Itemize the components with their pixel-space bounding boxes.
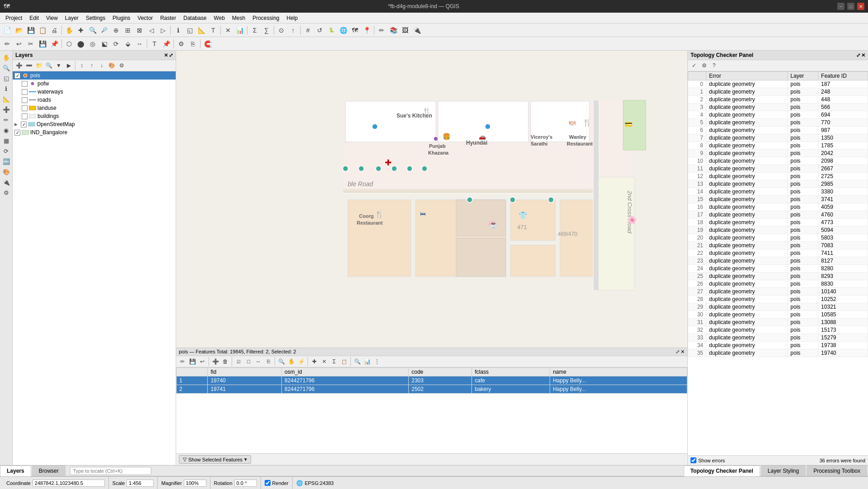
table-search-btn[interactable]: 🔍 — [353, 357, 362, 366]
topo-row[interactable]: 12 duplicate geometry pois 2725 — [688, 173, 868, 180]
topo-row[interactable]: 8 duplicate geometry pois 1785 — [688, 142, 868, 150]
table-expand-btn[interactable]: ⤢ — [676, 349, 680, 355]
style-tool[interactable]: 🎨 — [1, 167, 11, 177]
menu-mesh[interactable]: Mesh — [229, 14, 249, 22]
tab-layers[interactable]: Layers — [0, 465, 31, 476]
table-more-btn[interactable]: ⋮ — [373, 357, 382, 366]
show-errors-checkbox[interactable] — [691, 457, 696, 463]
menu-layer[interactable]: Layer — [61, 14, 82, 22]
move-btn[interactable]: ↔ — [134, 38, 145, 49]
topo-row[interactable]: 28 duplicate geometry pois 10252 — [688, 296, 868, 303]
topology-float-btn[interactable]: ⤢ — [856, 52, 860, 58]
layer-check-waterways[interactable] — [22, 89, 28, 95]
scale-input[interactable] — [126, 480, 154, 487]
vertex-btn[interactable]: ◎ — [87, 38, 98, 49]
add-feature-btn[interactable]: 📌 — [49, 38, 60, 49]
python-btn[interactable]: 🐍 — [326, 25, 337, 36]
topo-row[interactable]: 17 duplicate geometry pois 4760 — [688, 211, 868, 219]
layer-check-buildings[interactable] — [22, 113, 28, 119]
topo-row[interactable]: 2 duplicate geometry pois 448 — [688, 96, 868, 103]
table-flash-btn[interactable]: ⚡ — [297, 357, 306, 366]
topo-table-container[interactable]: Error Layer Feature ID 0 duplicate geome… — [688, 71, 868, 455]
topo-row[interactable]: 4 duplicate geometry pois 694 — [688, 111, 868, 119]
layer-order-btn[interactable]: ↕ — [77, 61, 86, 70]
table-form-btn[interactable]: 📋 — [340, 357, 349, 366]
pan-btn[interactable]: ✋ — [64, 25, 75, 36]
layers-close-btn[interactable]: ✕ — [164, 52, 168, 58]
topo-row[interactable]: 13 duplicate geometry pois 2985 — [688, 180, 868, 188]
zoom-selection-btn[interactable]: ⊞ — [122, 25, 133, 36]
topo-row[interactable]: 3 duplicate geometry pois 566 — [688, 103, 868, 111]
topo-row[interactable]: 9 duplicate geometry pois 2042 — [688, 150, 868, 157]
zoom-layer-btn[interactable]: ⊕ — [111, 25, 121, 36]
topo-row[interactable]: 21 duplicate geometry pois 7083 — [688, 242, 868, 249]
topo-row[interactable]: 30 duplicate geometry pois 10585 — [688, 311, 868, 319]
collapse-all-btn[interactable]: ▶ — [64, 61, 73, 70]
scale-btn[interactable]: ⊙ — [276, 25, 287, 36]
magnifier-input[interactable] — [184, 480, 206, 487]
menu-web[interactable]: Web — [210, 14, 228, 22]
menu-vector[interactable]: Vector — [134, 14, 157, 22]
table-save-btn[interactable]: 💾 — [188, 357, 197, 366]
table-select-all-btn[interactable]: ☑ — [234, 357, 243, 366]
zoom-in-btn[interactable]: 🔍 — [87, 25, 98, 36]
layer-check-osm[interactable]: ✓ — [21, 122, 27, 127]
feature-count-btn[interactable]: # — [303, 25, 313, 36]
atlas-btn[interactable]: 📚 — [388, 25, 399, 36]
topo-row[interactable]: 6 duplicate geometry pois 987 — [688, 127, 868, 134]
topo-row[interactable]: 14 duplicate geometry pois 3380 — [688, 188, 868, 196]
pan-tool[interactable]: ✋ — [1, 52, 11, 62]
topo-row[interactable]: 19 duplicate geometry pois 5094 — [688, 226, 868, 234]
topo-help-btn[interactable]: ? — [709, 61, 719, 70]
map-view[interactable]: ble Road 2nd Cross Road Coorg Restaurant… — [176, 51, 687, 348]
georef-btn[interactable]: 📍 — [361, 25, 372, 36]
zoom-last-btn[interactable]: ◁ — [146, 25, 157, 36]
rotate-tool[interactable]: ⟳ — [1, 146, 11, 156]
edit-map-btn[interactable]: ✏ — [376, 25, 387, 36]
rotation-input[interactable] — [234, 480, 257, 487]
epsg-value[interactable]: EPSG:24383 — [305, 480, 334, 486]
modify-btn[interactable]: ⬕ — [99, 38, 110, 49]
copy-feat-btn[interactable]: ⎘ — [187, 38, 198, 49]
plugin-btn[interactable]: 🔌 — [411, 25, 422, 36]
menu-settings[interactable]: Settings — [82, 14, 109, 22]
save-project-btn[interactable]: 💾 — [25, 25, 36, 36]
save-as-btn[interactable]: 📋 — [37, 25, 48, 36]
layer-check-pofw[interactable] — [22, 81, 28, 87]
zoom-out-btn[interactable]: 🔎 — [99, 25, 110, 36]
topo-row[interactable]: 10 duplicate geometry pois 2098 — [688, 157, 868, 165]
menu-database[interactable]: Database — [180, 14, 210, 22]
reshape-btn[interactable]: ⬙ — [122, 38, 133, 49]
redo-btn[interactable]: ✂ — [25, 38, 36, 49]
digitize-btn[interactable]: ⬡ — [64, 38, 75, 49]
topo-row[interactable]: 22 duplicate geometry pois 7411 — [688, 249, 868, 257]
tab-browser[interactable]: Browser — [32, 465, 65, 476]
col-osm_id[interactable]: osm_id — [281, 368, 408, 376]
layer-item-landuse[interactable]: landuse — [13, 104, 176, 112]
show-selected-features-btn[interactable]: ▽ Show Selected Features ▾ — [179, 455, 251, 464]
identify-btn[interactable]: ℹ — [173, 25, 183, 36]
undo-btn[interactable]: ↩ — [14, 38, 24, 49]
topo-row[interactable]: 34 duplicate geometry pois 19738 — [688, 342, 868, 349]
menu-project[interactable]: Project — [2, 14, 26, 22]
menu-plugins[interactable]: Plugins — [109, 14, 134, 22]
layer-item-openstreetmap[interactable]: ▶ ✓ OpenStreetMap — [13, 120, 176, 128]
layer-check-ind[interactable]: ✓ — [14, 130, 20, 136]
node-edit-btn[interactable]: ⬤ — [75, 38, 86, 49]
globe-btn[interactable]: 🌐 — [338, 25, 349, 36]
add-point-btn[interactable]: ✚ — [75, 25, 86, 36]
new-project-btn[interactable]: 📄 — [2, 25, 13, 36]
table-stats-btn[interactable]: 📊 — [363, 357, 372, 366]
topo-row[interactable]: 23 duplicate geometry pois 8127 — [688, 257, 868, 265]
col-fclass[interactable]: fclass — [472, 368, 550, 376]
minimize-button[interactable]: − — [837, 3, 845, 10]
coordinate-input[interactable] — [33, 480, 105, 487]
table-add-row-btn[interactable]: ➕ — [211, 357, 220, 366]
layer-item-roads[interactable]: roads — [13, 96, 176, 104]
table-row[interactable]: 1 19740 8244271796 2303 cafe Happy Belly… — [177, 376, 687, 385]
deselect-btn[interactable]: ✕ — [223, 25, 233, 36]
edit-tool[interactable]: ✏ — [1, 115, 11, 125]
node-tool[interactable]: ◉ — [1, 125, 11, 135]
add-layer-tool[interactable]: ➕ — [1, 104, 11, 114]
col-name[interactable]: name — [550, 368, 687, 376]
